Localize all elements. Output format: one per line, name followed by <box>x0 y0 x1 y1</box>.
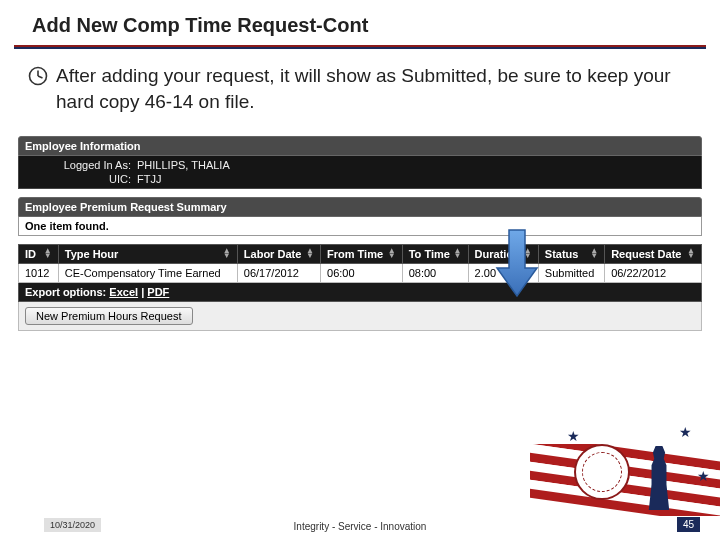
sort-icon[interactable]: ▲▼ <box>454 248 462 258</box>
uic-label: UIC: <box>19 173 137 185</box>
col-id[interactable]: ID▲▼ <box>19 245 59 264</box>
col-labor-date-label: Labor Date <box>244 248 301 260</box>
table-row[interactable]: 1012 CE-Compensatory Time Earned 06/17/2… <box>19 264 702 283</box>
page-title: Add New Comp Time Request-Cont <box>0 0 720 45</box>
star-icon: ★ <box>697 468 710 484</box>
cell-from-time: 06:00 <box>321 264 403 283</box>
cell-labor-date: 06/17/2012 <box>237 264 320 283</box>
dfas-seal-icon <box>574 444 630 500</box>
cell-id: 1012 <box>19 264 59 283</box>
sort-icon[interactable]: ▲▼ <box>687 248 695 258</box>
col-labor-date[interactable]: Labor Date▲▼ <box>237 245 320 264</box>
col-from-time-label: From Time <box>327 248 383 260</box>
uic-value: FTJJ <box>137 173 161 185</box>
sort-icon[interactable]: ▲▼ <box>388 248 396 258</box>
employee-info-header: Employee Information <box>18 136 702 156</box>
body-paragraph: After adding your request, it will show … <box>0 49 720 114</box>
export-sep: | <box>138 286 147 298</box>
col-from-time[interactable]: From Time▲▼ <box>321 245 403 264</box>
col-type-hour-label: Type Hour <box>65 248 119 260</box>
footer-motto: Integrity - Service - Innovation <box>0 521 720 532</box>
summary-count: One item found. <box>18 217 702 236</box>
logged-in-value: PHILLIPS, THALIA <box>137 159 230 171</box>
table-header-row: ID▲▼ Type Hour▲▼ Labor Date▲▼ From Time▲… <box>19 245 702 264</box>
sort-icon[interactable]: ▲▼ <box>306 248 314 258</box>
export-excel-link[interactable]: Excel <box>109 286 138 298</box>
export-options: Export options: Excel | PDF <box>18 283 702 302</box>
cell-to-time: 08:00 <box>402 264 468 283</box>
export-label: Export options: <box>25 286 106 298</box>
col-to-time-label: To Time <box>409 248 450 260</box>
star-icon: ★ <box>567 428 580 444</box>
body-text: After adding your request, it will show … <box>56 63 692 114</box>
sort-icon[interactable]: ▲▼ <box>223 248 231 258</box>
cell-request-date: 06/22/2012 <box>605 264 702 283</box>
col-to-time[interactable]: To Time▲▼ <box>402 245 468 264</box>
employee-info-box: Logged In As: PHILLIPS, THALIA UIC: FTJJ <box>18 156 702 189</box>
request-table: ID▲▼ Type Hour▲▼ Labor Date▲▼ From Time▲… <box>18 244 702 283</box>
col-request-date[interactable]: Request Date▲▼ <box>605 245 702 264</box>
col-type-hour[interactable]: Type Hour▲▼ <box>58 245 237 264</box>
button-row: New Premium Hours Request <box>18 302 702 331</box>
footer-page-number: 45 <box>677 517 700 532</box>
clock-bullet-icon <box>28 66 48 86</box>
new-premium-request-button[interactable]: New Premium Hours Request <box>25 307 193 325</box>
sort-icon[interactable]: ▲▼ <box>590 248 598 258</box>
logged-in-label: Logged In As: <box>19 159 137 171</box>
app-panel: Employee Information Logged In As: PHILL… <box>18 136 702 331</box>
summary-header: Employee Premium Request Summary <box>18 197 702 217</box>
slide-footer: 10/31/2020 Integrity - Service - Innovat… <box>0 512 720 540</box>
sort-icon[interactable]: ▲▼ <box>44 248 52 258</box>
col-request-date-label: Request Date <box>611 248 681 260</box>
footer-date: 10/31/2020 <box>44 518 101 532</box>
star-icon: ★ <box>679 424 692 440</box>
col-status-label: Status <box>545 248 579 260</box>
col-id-label: ID <box>25 248 36 260</box>
col-status[interactable]: Status▲▼ <box>538 245 604 264</box>
down-arrow-callout-icon <box>493 228 541 298</box>
svg-line-2 <box>38 76 43 78</box>
cell-type-hour: CE-Compensatory Time Earned <box>58 264 237 283</box>
export-pdf-link[interactable]: PDF <box>147 286 169 298</box>
cell-status: Submitted <box>538 264 604 283</box>
